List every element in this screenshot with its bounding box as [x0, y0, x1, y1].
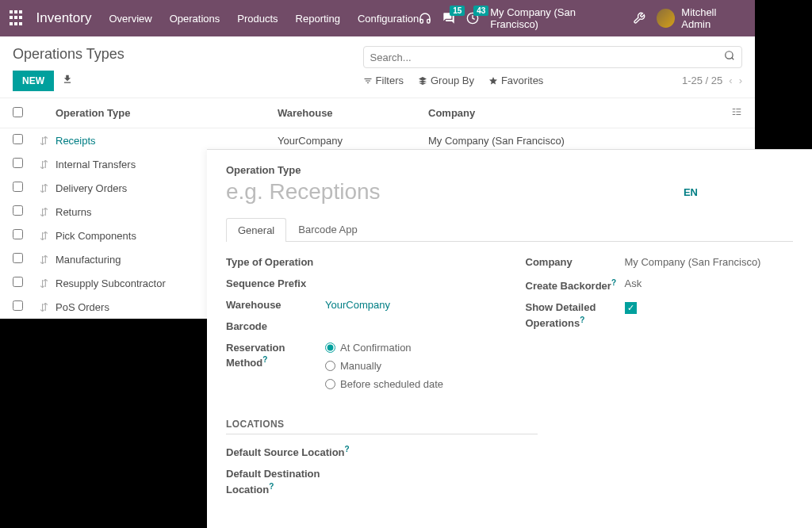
apps-icon[interactable] [10, 10, 25, 26]
row-checkbox[interactable] [13, 134, 23, 144]
operation-type-input[interactable]: e.g. Receptions [226, 179, 684, 205]
field-barcode[interactable] [325, 320, 494, 334]
drag-handle-icon[interactable]: ⇵ [40, 230, 56, 242]
drag-handle-icon[interactable]: ⇵ [40, 182, 56, 194]
col-warehouse[interactable]: Warehouse [278, 107, 428, 119]
cell-co: My Company (San Francisco) [428, 135, 742, 147]
form-tabs: General Barcode App [226, 217, 793, 242]
company-switcher[interactable]: My Company (San Francisco) [490, 6, 622, 30]
pager: 1-25 / 25 ‹ › [682, 75, 742, 86]
label-company: Company [526, 256, 625, 270]
drag-handle-icon[interactable]: ⇵ [40, 206, 56, 218]
label-sequence-prefix: Sequence Prefix [226, 277, 325, 291]
groupby-label: Group By [431, 75, 474, 86]
table-options-icon[interactable] [718, 106, 742, 120]
row-checkbox[interactable] [13, 182, 23, 192]
row-checkbox[interactable] [13, 253, 23, 263]
svg-line-2 [732, 58, 734, 60]
avatar [657, 9, 675, 28]
user-menu[interactable]: Mitchell Admin [657, 6, 745, 30]
radio-before-date[interactable]: Before scheduled date [325, 378, 494, 390]
groupby-button[interactable]: Group By [418, 75, 474, 86]
favorites-label: Favorites [501, 75, 543, 86]
label-reservation-method: Reservation Method? [226, 342, 325, 390]
label-warehouse: Warehouse [226, 299, 325, 312]
main-navbar: Inventory Overview Operations Products R… [0, 0, 755, 36]
filters-label: Filters [376, 75, 404, 86]
support-icon[interactable] [419, 12, 431, 25]
settings-icon[interactable] [633, 12, 645, 25]
drag-handle-icon[interactable]: ⇵ [40, 254, 56, 266]
new-button[interactable]: NEW [13, 71, 54, 91]
field-warehouse[interactable]: YourCompany [325, 299, 494, 312]
page-title: Operations Types [13, 46, 363, 63]
col-company[interactable]: Company [428, 107, 718, 119]
activities-icon[interactable]: 43 [466, 12, 479, 25]
nav-reporting[interactable]: Reporting [296, 13, 340, 25]
drag-handle-icon[interactable]: ⇵ [40, 159, 56, 170]
tab-barcode-app[interactable]: Barcode App [286, 217, 369, 241]
tab-general[interactable]: General [226, 218, 286, 242]
label-type-of-operation: Type of Operation [226, 256, 325, 270]
table-header: Operation Type Warehouse Company [0, 98, 755, 128]
row-checkbox[interactable] [13, 158, 23, 168]
search-box[interactable] [363, 46, 742, 68]
svg-point-1 [726, 52, 733, 59]
field-type-of-operation[interactable] [325, 256, 494, 270]
cell-op: Receipts [56, 135, 278, 147]
col-operation-type[interactable]: Operation Type [56, 107, 278, 119]
row-checkbox[interactable] [13, 229, 23, 239]
help-icon[interactable]: ? [580, 316, 584, 324]
reservation-method-radio[interactable]: At Confirmation Manually Before schedule… [325, 342, 494, 390]
activities-badge: 43 [473, 6, 488, 16]
label-show-detailed: Show Detailed Operations? [526, 301, 625, 331]
drag-handle-icon[interactable]: ⇵ [40, 277, 56, 289]
label-create-backorder: Create Backorder? [526, 277, 625, 293]
nav-configuration[interactable]: Configuration [358, 13, 419, 25]
field-sequence-prefix[interactable] [325, 277, 494, 291]
row-checkbox[interactable] [13, 277, 23, 287]
control-panel: Operations Types NEW Filters [0, 36, 755, 98]
app-brand[interactable]: Inventory [36, 10, 92, 26]
download-icon[interactable] [62, 74, 73, 88]
section-locations: LOCATIONS [226, 419, 538, 434]
pager-prev[interactable]: ‹ [729, 75, 732, 86]
nav-operations[interactable]: Operations [170, 13, 220, 25]
label-barcode: Barcode [226, 320, 325, 334]
field-company[interactable]: My Company (San Francisco) [625, 256, 794, 270]
messages-badge: 15 [450, 6, 465, 16]
filters-button[interactable]: Filters [363, 75, 404, 86]
nav-products[interactable]: Products [237, 13, 278, 25]
favorites-button[interactable]: Favorites [488, 75, 543, 86]
messages-icon[interactable]: 15 [442, 12, 455, 25]
pager-next[interactable]: › [739, 75, 742, 86]
cell-wh: YourCompany [278, 135, 428, 147]
help-icon[interactable]: ? [262, 355, 267, 364]
label-default-destination: Default Destination Location? [226, 468, 353, 497]
user-name: Mitchell Admin [681, 6, 745, 30]
language-button[interactable]: EN [684, 186, 698, 198]
help-icon[interactable]: ? [345, 445, 350, 453]
help-icon[interactable]: ? [269, 482, 274, 491]
help-icon[interactable]: ? [611, 278, 616, 287]
drag-handle-icon[interactable]: ⇵ [40, 301, 56, 313]
nav-menu: Overview Operations Products Reporting C… [109, 13, 419, 25]
row-checkbox[interactable] [13, 300, 23, 311]
checkbox-show-detailed[interactable]: ✓ [625, 302, 637, 314]
radio-manually[interactable]: Manually [325, 360, 494, 372]
search-icon[interactable] [724, 50, 735, 64]
field-create-backorder[interactable]: Ask [625, 277, 794, 293]
search-input[interactable] [370, 52, 724, 63]
radio-at-confirmation[interactable]: At Confirmation [325, 342, 494, 354]
pager-count: 1-25 / 25 [682, 75, 722, 86]
form-panel: Operation Type e.g. Receptions EN Genera… [207, 149, 812, 528]
form-field-label: Operation Type [226, 164, 793, 176]
nav-overview[interactable]: Overview [109, 13, 151, 25]
drag-handle-icon[interactable]: ⇵ [40, 135, 56, 147]
row-checkbox[interactable] [13, 205, 23, 216]
label-default-source: Default Source Location? [226, 444, 353, 460]
select-all-checkbox[interactable] [13, 107, 23, 117]
